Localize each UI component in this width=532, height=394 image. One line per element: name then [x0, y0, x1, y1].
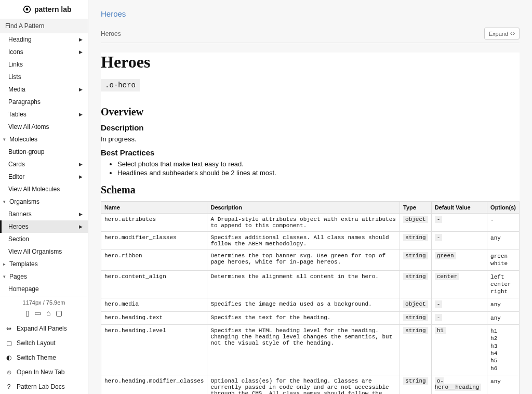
chevron-right-icon: ▶: [79, 49, 83, 55]
switch-layout-icon: ▢: [5, 339, 12, 347]
viewport-size: 1174px / 75.9em: [0, 296, 88, 307]
docs-icon: ?: [5, 383, 12, 390]
main: Heroes Heroes Expand ⇔ Heroes .o-hero Ov…: [88, 0, 532, 394]
best-practice-item: Headlines and subheaders should be 2 lin…: [117, 169, 520, 177]
content-scroll[interactable]: Heroes Heroes Expand ⇔ Heroes .o-hero Ov…: [88, 0, 532, 394]
doc-h1: Heroes: [101, 52, 520, 72]
group-templates[interactable]: ▸Templates: [0, 258, 88, 270]
schema-row: hero.ribbonDetermines the top banner svg…: [101, 250, 520, 271]
chevron-right-icon: ▶: [79, 212, 83, 217]
schema-row: hero.mediaSpecifies the image media used…: [101, 298, 520, 311]
tool-docs[interactable]: ?Pattern Lab Docs: [0, 379, 88, 394]
device-laptop-icon[interactable]: ⌂: [46, 309, 50, 317]
best-practice-item: Select photos that make text easy to rea…: [117, 160, 520, 168]
schema-row: hero.heading.levelSpecifies the HTML hea…: [101, 325, 520, 375]
expand-button[interactable]: Expand ⇔: [484, 28, 520, 40]
open-new-tab-icon: ⎋: [5, 369, 12, 376]
breadcrumb: Heroes: [101, 30, 121, 37]
find-pattern[interactable]: Find A Pattern: [0, 19, 88, 33]
nav-item-button-group[interactable]: Button-group: [0, 146, 88, 158]
schema-heading: Schema: [101, 184, 520, 196]
schema-row: hero.heading.textSpecifies the text for …: [101, 311, 520, 324]
page-title-link[interactable]: Heroes: [101, 9, 520, 18]
nav-scroll[interactable]: Heading▶Icons▶LinksListsMedia▶Paragraphs…: [0, 33, 88, 296]
schema-row: hero.attributesA Drupal-style attributes…: [101, 214, 520, 232]
nav-item-view-all-atoms[interactable]: View All Atoms: [0, 121, 88, 133]
tool-switch-layout[interactable]: ▢Switch Layout: [0, 336, 88, 350]
nav-item-cards[interactable]: Cards▶: [0, 158, 88, 170]
nav-item-tables[interactable]: Tables▶: [0, 108, 88, 121]
chevron-right-icon: ▶: [79, 112, 83, 117]
device-tablet-icon[interactable]: ▭: [34, 309, 41, 317]
nav-item-banners[interactable]: Banners▶: [0, 208, 88, 220]
tool-expand-all[interactable]: ⇔Expand All Panels: [0, 321, 88, 336]
chevron-right-icon: ▶: [79, 87, 83, 92]
nav-item-media[interactable]: Media▶: [0, 83, 88, 96]
nav-item-lists[interactable]: Lists: [0, 71, 88, 83]
group-pages[interactable]: ▾Pages: [0, 270, 88, 283]
nav-item-editor[interactable]: Editor▶: [0, 170, 88, 183]
schema-table: Name Description Type Default Value Opti…: [101, 201, 520, 394]
description-text: In progress.: [101, 135, 520, 143]
group-molecules[interactable]: ▾Molecules: [0, 133, 88, 146]
css-class-chip: .o-hero: [101, 79, 140, 91]
nav-item-homepage[interactable]: Homepage: [0, 283, 88, 295]
brand-logo[interactable]: pattern lab: [0, 0, 88, 19]
best-practices-list: Select photos that make text easy to rea…: [117, 160, 520, 177]
chevron-right-icon: ▶: [79, 37, 83, 42]
overview-heading: Overview: [101, 106, 520, 118]
nav-item-heading[interactable]: Heading▶: [0, 33, 88, 46]
schema-row: hero.content_alignDetermines the alignme…: [101, 270, 520, 298]
schema-row: hero.modifier_classesSpecifies additiona…: [101, 232, 520, 250]
nav-item-paragraphs[interactable]: Paragraphs: [0, 96, 88, 108]
nav-item-view-all-organisms[interactable]: View All Organisms: [0, 245, 88, 258]
svg-point-1: [26, 8, 29, 11]
sidebar: pattern lab Find A Pattern Heading▶Icons…: [0, 0, 88, 394]
chevron-right-icon: ▶: [79, 224, 83, 229]
device-desktop-icon[interactable]: ▢: [56, 309, 62, 317]
expand-all-icon: ⇔: [5, 325, 12, 332]
device-mobile-icon[interactable]: ▯: [25, 309, 30, 317]
expand-icon: ⇔: [510, 30, 515, 37]
chevron-right-icon: ▶: [79, 174, 83, 179]
nav-item-view-all-molecules[interactable]: View All Molecules: [0, 183, 88, 195]
description-heading: Description: [101, 123, 520, 132]
nav-item-section[interactable]: Section: [0, 233, 88, 245]
chevron-right-icon: ▶: [79, 162, 83, 167]
nav-item-links[interactable]: Links: [0, 58, 88, 71]
switch-theme-icon: ◐: [5, 354, 12, 361]
schema-row: hero.heading.modifier_classesOptional cl…: [101, 375, 520, 394]
tool-open-new-tab[interactable]: ⎋Open In New Tab: [0, 365, 88, 379]
group-organisms[interactable]: ▾Organisms: [0, 195, 88, 208]
nav-item-icons[interactable]: Icons▶: [0, 46, 88, 58]
sidebar-footer: 1174px / 75.9em ▯ ▭ ⌂ ▢ ⇔Expand All Pane…: [0, 296, 88, 394]
tool-switch-theme[interactable]: ◐Switch Theme: [0, 350, 88, 365]
brand-text: pattern lab: [34, 5, 72, 14]
nav-item-heroes[interactable]: Heroes▶: [0, 220, 88, 233]
best-practices-heading: Best Practices: [101, 148, 520, 157]
